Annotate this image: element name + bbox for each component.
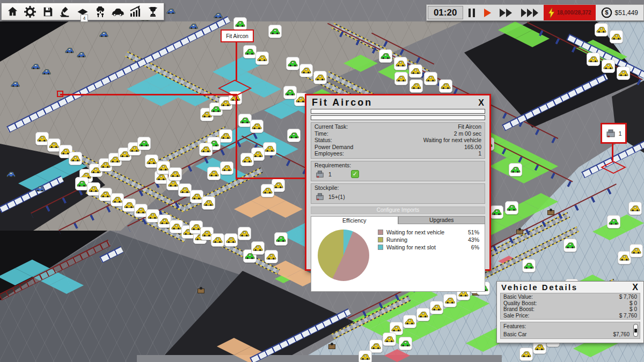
vehicle-card[interactable] bbox=[111, 193, 124, 206]
vehicle-card[interactable] bbox=[219, 129, 232, 143]
vehicle-card[interactable] bbox=[595, 23, 608, 36]
tab-efficiency[interactable]: Efficiency bbox=[311, 216, 398, 224]
tab-upgrades[interactable]: Upgrades bbox=[398, 216, 486, 224]
vehicle-card[interactable] bbox=[220, 161, 233, 175]
row-value: 165.00 bbox=[464, 144, 481, 151]
vehicle-design-icon[interactable] bbox=[93, 4, 108, 19]
features-scrollbar[interactable] bbox=[633, 324, 638, 337]
fast-forward-button[interactable] bbox=[495, 5, 517, 20]
vehicle-card[interactable] bbox=[617, 67, 630, 80]
vehicle-card[interactable] bbox=[146, 209, 159, 223]
vehicle-card[interactable] bbox=[274, 232, 288, 246]
vehicle-card[interactable] bbox=[587, 53, 600, 66]
close-icon[interactable]: X bbox=[478, 99, 484, 107]
home-icon[interactable] bbox=[5, 4, 20, 19]
vehicle-card[interactable] bbox=[207, 167, 221, 180]
vehicle-card[interactable] bbox=[170, 220, 183, 233]
vehicle-card[interactable] bbox=[439, 79, 452, 93]
vehicle-card[interactable] bbox=[607, 215, 620, 228]
configure-imports-button[interactable]: Configure Imports bbox=[311, 206, 485, 214]
task-progress-bar bbox=[311, 109, 485, 114]
save-icon[interactable] bbox=[40, 4, 55, 19]
vehicle-card[interactable] bbox=[238, 227, 251, 240]
vehicle-card[interactable] bbox=[202, 196, 215, 210]
vehicle-card[interactable] bbox=[263, 142, 276, 156]
vehicle-card[interactable] bbox=[145, 154, 158, 168]
vehicle-card[interactable] bbox=[265, 250, 278, 263]
pause-button[interactable] bbox=[464, 5, 479, 20]
vehicle-card[interactable] bbox=[618, 251, 631, 264]
vehicle-card[interactable] bbox=[602, 60, 615, 73]
power-indicator[interactable]: 18,000/28,372 bbox=[544, 5, 596, 20]
vehicle-card[interactable] bbox=[283, 86, 297, 99]
vehicle-card[interactable] bbox=[313, 71, 327, 84]
vehicle-card[interactable] bbox=[87, 182, 100, 196]
vehicle-card[interactable] bbox=[169, 167, 182, 181]
vehicle-card[interactable] bbox=[122, 198, 136, 212]
vehicle-card[interactable] bbox=[564, 239, 577, 252]
vehicle-card[interactable] bbox=[211, 233, 224, 247]
vehicle-card[interactable] bbox=[379, 49, 392, 63]
vehicle-card[interactable] bbox=[250, 120, 264, 133]
vehicle-card[interactable] bbox=[358, 350, 372, 362]
vehicle-card[interactable] bbox=[299, 64, 313, 77]
import-resource-badge[interactable]: 1 bbox=[601, 123, 627, 144]
vehicle-card[interactable] bbox=[199, 143, 213, 156]
vehicle-card[interactable] bbox=[286, 57, 299, 70]
vehicle-card[interactable] bbox=[261, 184, 274, 197]
money-indicator[interactable]: $ $51,449 bbox=[596, 5, 643, 20]
vehicle-card[interactable] bbox=[137, 137, 151, 150]
vehicle-card[interactable] bbox=[240, 153, 254, 166]
vehicle-card[interactable] bbox=[287, 129, 301, 142]
car-icon[interactable] bbox=[110, 4, 125, 19]
vehicle-card[interactable] bbox=[519, 348, 533, 361]
achievements-icon[interactable] bbox=[145, 4, 160, 19]
dialog-title: Fit Aircon bbox=[312, 97, 372, 108]
vehicle-card[interactable] bbox=[522, 259, 536, 272]
vehicle-card[interactable] bbox=[75, 177, 89, 190]
fastest-forward-button[interactable] bbox=[517, 5, 544, 20]
stats-icon[interactable] bbox=[128, 4, 143, 19]
vehicle-card[interactable] bbox=[224, 233, 238, 247]
vehicle-card[interactable] bbox=[490, 205, 503, 219]
vehicle-card[interactable] bbox=[409, 64, 422, 78]
play-button[interactable] bbox=[479, 5, 495, 20]
vehicle-card[interactable] bbox=[630, 244, 643, 257]
vehicle-card[interactable] bbox=[505, 201, 518, 215]
vehicle-card[interactable] bbox=[509, 163, 522, 176]
gear-icon[interactable] bbox=[23, 4, 38, 19]
scrollbar-thumb[interactable] bbox=[634, 329, 637, 333]
vehicle-card[interactable] bbox=[190, 190, 203, 203]
vehicle-card[interactable] bbox=[268, 25, 282, 38]
vehicle-card[interactable] bbox=[157, 161, 170, 174]
vehicle-card[interactable] bbox=[178, 183, 192, 197]
vehicle-card[interactable] bbox=[403, 315, 416, 328]
vehicle-card[interactable] bbox=[233, 17, 247, 31]
vehicle-card[interactable] bbox=[238, 114, 252, 127]
close-icon[interactable]: X bbox=[632, 283, 638, 292]
vehicle-card[interactable] bbox=[628, 202, 642, 215]
vehicle-card[interactable] bbox=[394, 57, 407, 70]
vehicle-card[interactable] bbox=[158, 215, 171, 228]
vehicle-card[interactable] bbox=[47, 138, 61, 152]
vehicle-card[interactable] bbox=[134, 204, 148, 217]
vehicle-card[interactable] bbox=[383, 333, 396, 346]
vehicle-card[interactable] bbox=[255, 51, 269, 65]
station-label[interactable]: Fit Aircon bbox=[221, 29, 254, 42]
vehicle-card[interactable] bbox=[394, 72, 408, 85]
vehicle-card[interactable] bbox=[243, 45, 257, 58]
vehicle-card[interactable] bbox=[409, 79, 423, 93]
vehicle-card[interactable] bbox=[99, 188, 112, 201]
vehicle-card[interactable] bbox=[430, 301, 443, 314]
vehicle-card[interactable] bbox=[424, 72, 437, 85]
vehicle-card[interactable] bbox=[610, 30, 623, 43]
vehicle-card[interactable] bbox=[35, 132, 49, 145]
feature-value: $7,760 bbox=[613, 331, 630, 338]
vehicle-card[interactable] bbox=[69, 152, 82, 165]
research-icon[interactable] bbox=[57, 4, 72, 19]
vehicle-card[interactable] bbox=[399, 337, 412, 350]
vehicle-card[interactable] bbox=[443, 294, 457, 307]
vehicle-card[interactable] bbox=[251, 241, 265, 255]
vehicle-card[interactable] bbox=[416, 308, 430, 321]
vehicle-details-title: Vehicle Details bbox=[501, 283, 578, 292]
